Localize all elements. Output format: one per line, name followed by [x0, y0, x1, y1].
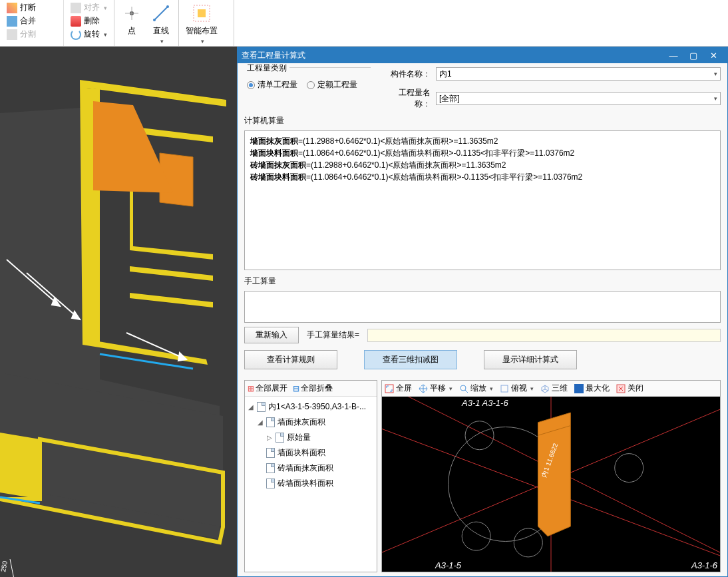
merge-button[interactable]: 合并 — [5, 15, 58, 27]
file-icon — [257, 402, 266, 412]
smart-layout-icon — [191, 3, 212, 24]
svg-point-42 — [514, 528, 542, 557]
component-name-select[interactable]: 内1▾ — [436, 67, 721, 81]
line-icon — [150, 3, 172, 24]
component-name-label: 构件名称： — [384, 69, 431, 80]
tree-node-original[interactable]: ▷原始量 — [246, 430, 375, 445]
list-quantity-radio[interactable]: 清单工程量 — [247, 79, 297, 91]
topview-button[interactable]: 俯视 — [500, 383, 534, 394]
split-icon — [7, 29, 17, 40]
align-icon — [71, 3, 81, 13]
file-icon — [266, 448, 275, 458]
svg-marker-17 — [0, 433, 40, 499]
dim-left: 250 — [0, 560, 9, 573]
quota-quantity-radio[interactable]: 定额工程量 — [307, 79, 357, 91]
file-icon — [266, 417, 275, 427]
view-3d-deduct-button[interactable]: 查看三维扣减图 — [364, 350, 457, 369]
file-icon — [266, 479, 275, 488]
svg-rect-7 — [198, 9, 206, 17]
rotate-button[interactable]: 旋转 — [69, 28, 108, 41]
grid-label-bl: A3-1-5 — [435, 560, 461, 570]
delete-icon — [71, 16, 81, 27]
point-button[interactable]: 点 — [120, 1, 144, 38]
svg-point-30 — [460, 385, 466, 391]
rotate-icon — [71, 29, 81, 40]
line-button[interactable]: 直线 — [149, 1, 173, 46]
svg-marker-14 — [130, 266, 213, 281]
merge-icon — [7, 16, 17, 27]
tree-node-brick-plaster[interactable]: 砖墙面抹灰面积 — [246, 461, 375, 476]
view-rule-button[interactable]: 查看计算规则 — [244, 350, 337, 369]
manual-result-label: 手工算量结果= — [307, 329, 359, 341]
svg-line-25 — [10, 559, 17, 577]
reenter-button[interactable]: 重新输入 — [244, 327, 299, 343]
split-button: 分割 — [5, 28, 58, 41]
max-button[interactable]: 最大化 — [574, 383, 610, 394]
svg-marker-13 — [93, 101, 173, 193]
svg-point-40 — [615, 454, 643, 482]
calculation-dialog: 查看工程量计算式 — ▢ ✕ 工程量类别 清单工程量 定额工程量 构件名称： 内… — [237, 47, 728, 577]
computer-calc-label: 计算机算量 — [244, 115, 721, 126]
minus-icon: ⊟ — [293, 384, 299, 393]
svg-rect-29 — [385, 385, 393, 393]
svg-line-3 — [154, 7, 168, 20]
dialog-titlebar[interactable]: 查看工程量计算式 — ▢ ✕ — [238, 47, 727, 63]
tree-node-tile[interactable]: 墙面块料面积 — [246, 445, 375, 461]
zoom-icon — [459, 384, 468, 393]
fullscreen-button[interactable]: 全屏 — [385, 383, 412, 394]
computer-calc-box[interactable]: 墙面抹灰面积=(11.2988+0.6462*0.1)<原始墙面抹灰面积>=11… — [244, 130, 721, 270]
collapse-all-button[interactable]: ⊟全部折叠 — [293, 383, 333, 394]
close-button[interactable]: ✕ — [703, 51, 723, 61]
manual-result-value[interactable] — [367, 329, 721, 342]
topview-icon — [500, 384, 509, 393]
tree-root[interactable]: ◢内1<A3-1-5-3950,A3-1-B-... — [246, 399, 375, 415]
main-3d-viewport[interactable]: 250 8100 — [0, 47, 237, 577]
close-icon — [616, 384, 626, 393]
dialog-title: 查看工程量计算式 — [242, 50, 663, 61]
quantity-name-select[interactable]: [全部]▾ — [436, 92, 721, 105]
svg-point-5 — [166, 5, 169, 8]
svg-point-39 — [465, 421, 494, 450]
pan-icon — [419, 384, 428, 393]
expand-all-button[interactable]: ⊞全部展开 — [248, 383, 287, 394]
category-legend: 工程量类别 — [244, 63, 289, 74]
deduction-3d-canvas[interactable]: 内1 11.6622 A3-1 A3-1-6 A3-1-5 A3-1-6 — [382, 397, 720, 572]
svg-line-31 — [465, 390, 468, 393]
iso-button[interactable]: 三维 — [540, 383, 568, 394]
svg-point-41 — [462, 522, 490, 550]
point-icon — [121, 3, 142, 24]
svg-rect-32 — [501, 385, 508, 392]
pan-button[interactable]: 平移 — [419, 383, 453, 394]
grid-label-tl: A3-1 A3-1-6 — [462, 398, 508, 408]
manual-calc-label: 手工算量 — [244, 276, 721, 287]
tree-panel: ⊞全部展开 ⊟全部折叠 ◢内1<A3-1-5-3950,A3-1-B-... ◢… — [244, 380, 377, 572]
break-button[interactable]: 打断 — [5, 1, 58, 14]
fullscreen-icon — [385, 384, 394, 393]
iso-icon — [540, 384, 550, 393]
tree-node-plaster[interactable]: ◢墙面抹灰面积 — [246, 415, 375, 430]
max-icon — [574, 384, 584, 393]
grid-label-br: A3-1-6 — [691, 560, 717, 570]
show-detail-button[interactable]: 显示详细计算式 — [484, 350, 577, 369]
smart-layout-button[interactable]: 智能布置 — [184, 1, 219, 46]
align-button: 对齐▾ — [69, 1, 108, 14]
file-icon — [266, 463, 275, 473]
close-3d-button[interactable]: 关闭 — [616, 383, 643, 394]
deduction-3d-panel: 全屏 平移 缩放 俯视 三维 最大化 关闭 — [381, 380, 721, 572]
quantity-name-label: 工程量名称： — [384, 87, 431, 110]
file-icon — [275, 433, 284, 443]
tree-node-brick-tile[interactable]: 砖墙面块料面积 — [246, 476, 375, 491]
svg-marker-15 — [130, 293, 213, 307]
svg-point-4 — [153, 19, 156, 21]
delete-button[interactable]: 删除 — [69, 15, 108, 27]
ribbon-toolbar: 打断 合并 分割 对齐▾ 删除 旋转 点 直线 绘图 智能布置 墙面二次编辑 — [0, 0, 728, 47]
manual-calc-input[interactable] — [244, 291, 721, 323]
zoom-button[interactable]: 缩放 — [459, 383, 493, 394]
maximize-button[interactable]: ▢ — [683, 51, 703, 61]
minimize-button[interactable]: — — [663, 51, 683, 61]
break-icon — [7, 3, 17, 13]
plus-icon: ⊞ — [248, 384, 254, 393]
